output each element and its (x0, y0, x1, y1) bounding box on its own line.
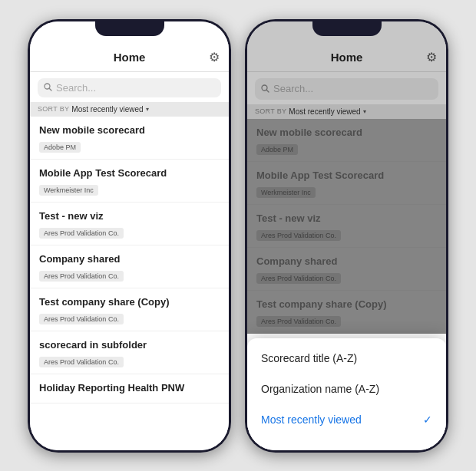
list-item-tag: Ares Prod Validation Co. (39, 271, 124, 282)
dropdown-item-label: Scorecard title (A-Z) (261, 352, 357, 364)
search-placeholder-right: Search... (273, 83, 313, 94)
notch (95, 19, 164, 36)
list-item: Test - new viz Ares Prod Validation Co. (247, 205, 446, 248)
list-item[interactable]: Test company share (Copy) Ares Prod Vali… (30, 288, 229, 331)
chevron-down-icon-right: ▾ (363, 108, 366, 115)
list-item[interactable]: Holiday Reporting Health PNW (30, 374, 229, 403)
notch (312, 19, 382, 36)
list-item[interactable]: New mobile scorecard Adobe PM (30, 117, 229, 160)
dropdown-item[interactable]: Organization name (A-Z) (247, 374, 446, 404)
list-content-right: New mobile scorecard Adobe PM Mobile App… (247, 119, 446, 450)
list-item[interactable]: Mobile App Test Scorecard Werkmeister In… (30, 160, 229, 203)
list-item-title: Mobile App Test Scorecard (256, 170, 437, 181)
list-item-tag: Ares Prod Validation Co. (39, 314, 124, 324)
list-item-title: Mobile App Test Scorecard (39, 167, 220, 179)
app-header-right: Home ⚙ (247, 43, 446, 72)
list-item[interactable]: scorecard in subfolder Ares Prod Validat… (30, 331, 229, 374)
list-item[interactable]: Company shared Ares Prod Validation Co. (30, 245, 229, 288)
search-icon (44, 83, 52, 93)
svg-line-1 (49, 88, 51, 91)
list-item-tag: Ares Prod Validation Co. (39, 228, 124, 239)
list-item-title: Test - new viz (256, 212, 437, 224)
svg-line-3 (266, 90, 269, 92)
list-item-tag: Ares Prod Validation Co. (39, 357, 124, 367)
list-item-tag: Ares Prod Validation Co. (256, 230, 341, 241)
app-title-right: Home (331, 51, 363, 64)
search-bar-container: Search... (30, 72, 229, 102)
list-item[interactable]: Test - new viz Ares Prod Validation Co. (30, 203, 229, 245)
sort-row[interactable]: SORT BY Most recently viewed ▾ (30, 102, 229, 117)
chevron-down-icon: ▾ (146, 106, 149, 113)
dropdown-item[interactable]: Most recently viewed ✓ (247, 404, 446, 435)
sort-dropdown-menu: Scorecard title (A-Z) Organization name … (247, 338, 446, 450)
list-item: Company shared Ares Prod Validation Co. (247, 248, 446, 291)
app-header: Home ⚙ (30, 43, 229, 72)
list-item-title: scorecard in subfolder (39, 339, 220, 351)
list-item-title: Company shared (256, 255, 437, 267)
sort-value: Most recently viewed (71, 105, 143, 114)
list-item-tag: Werkmeister Inc (39, 185, 98, 196)
list-item-title: Test company share (Copy) (39, 296, 220, 308)
list-item-title: New mobile scorecard (256, 127, 437, 138)
left-phone: Home ⚙ Search... SORT BY Most recently v… (28, 19, 231, 453)
gear-icon[interactable]: ⚙ (209, 50, 220, 64)
list-item-title: New mobile scorecard (39, 124, 220, 136)
dropdown-item[interactable]: Scorecard title (A-Z) (247, 343, 446, 374)
list-item-tag: Adobe PM (39, 142, 81, 153)
list-item: Mobile App Test Scorecard Werkmeister In… (247, 162, 446, 205)
list-item-tag: Adobe PM (256, 144, 298, 155)
search-placeholder: Search... (56, 82, 96, 94)
list-item-tag: Ares Prod Validation Co. (256, 316, 341, 327)
list-item-title: Company shared (39, 253, 220, 265)
gear-icon-right[interactable]: ⚙ (426, 50, 437, 64)
right-phone: Home ⚙ Search... SORT BY Most recently v… (245, 19, 448, 453)
list-item-tag: Ares Prod Validation Co. (256, 273, 341, 284)
checkmark-icon: ✓ (423, 413, 432, 426)
sort-row-right[interactable]: SORT BY Most recently viewed ▾ (247, 104, 446, 119)
dropdown-item-label: Most recently viewed (261, 413, 362, 426)
sort-value-right: Most recently viewed (289, 107, 360, 116)
app-title: Home (114, 51, 146, 64)
list-item-title: Holiday Reporting Health PNW (39, 382, 220, 394)
search-bar-right: Search... (247, 72, 446, 104)
sort-label: SORT BY (38, 105, 69, 113)
sort-label-right: SORT BY (255, 107, 286, 115)
list-item: New mobile scorecard Adobe PM (247, 119, 446, 162)
list-item-title: Test - new viz (39, 210, 220, 222)
search-input[interactable]: Search... (38, 78, 221, 97)
dropdown-item-label: Organization name (A-Z) (261, 383, 379, 395)
search-input-right[interactable]: Search... (255, 78, 438, 100)
list-content: New mobile scorecard Adobe PM Mobile App… (30, 117, 229, 450)
list-item: Test company share (Copy) Ares Prod Vali… (247, 291, 446, 334)
search-icon-right (261, 82, 269, 96)
list-item-tag: Werkmeister Inc (256, 187, 316, 198)
list-item-title: Test company share (Copy) (256, 298, 437, 310)
